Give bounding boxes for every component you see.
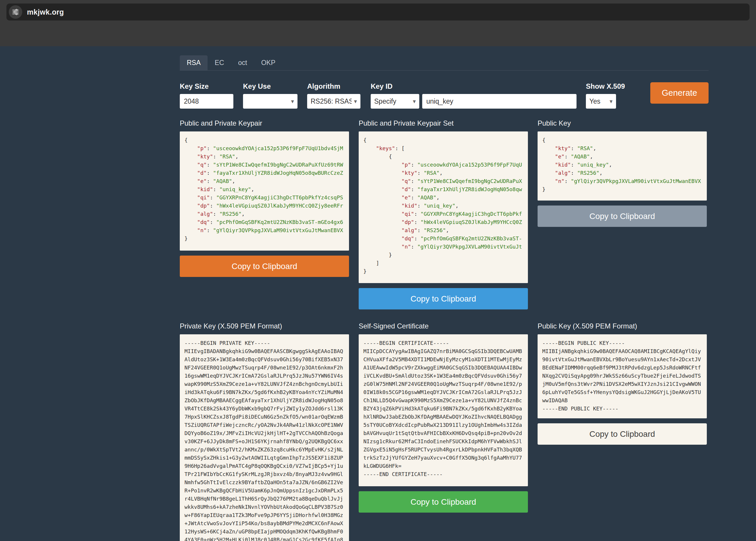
key-use-label: Key Use — [243, 82, 298, 91]
copy-certificate-button[interactable]: Copy to Clipboard — [359, 491, 528, 513]
certificate-output: -----BEGIN CERTIFICATE-----MIICpDCCAYygA… — [359, 334, 528, 486]
show-x509-select[interactable]: Yes ▾ — [586, 94, 616, 109]
browser-topbar: mkjwk.org — [0, 0, 756, 46]
keypair-set-output: { "keys": [ { "p": "usceoowkdYOAjca152p5… — [359, 132, 528, 283]
certificate-column: Self-Signed Certificate -----BEGIN CERTI… — [359, 322, 528, 541]
tab-ec[interactable]: EC — [208, 55, 231, 70]
public-key-column: Public Key { "kty": "RSA", "e": "AQAB", … — [537, 119, 707, 309]
tab-okp[interactable]: OKP — [254, 55, 283, 70]
key-type-tabs: RSA EC oct OKP — [180, 55, 709, 71]
public-key-title: Public Key — [537, 119, 707, 127]
chevron-down-icon: ▾ — [413, 98, 416, 105]
key-id-input[interactable] — [422, 94, 576, 109]
algorithm-select[interactable]: RS256: RSAS ▾ — [307, 94, 361, 109]
public-pem-output: -----BEGIN PUBLIC KEY-----MIIBIjANBgkqhk… — [537, 334, 707, 418]
url-text: mkjwk.org — [27, 8, 64, 16]
copy-keypair-button[interactable]: Copy to Clipboard — [180, 256, 349, 277]
keypair-set-column: Public and Private Keypair Set { "keys":… — [359, 119, 528, 309]
show-x509-field: Show X.509 Yes ▾ — [586, 82, 616, 109]
keypair-column: Public and Private Keypair { "p": "usceo… — [180, 119, 349, 309]
key-id-mode-select[interactable]: Specify ▾ — [371, 94, 419, 109]
key-id-label: Key ID — [371, 82, 576, 91]
keypair-set-title: Public and Private Keypair Set — [359, 119, 528, 127]
public-pem-title: Public Key (X.509 PEM Format) — [537, 322, 707, 330]
tab-rsa[interactable]: RSA — [180, 55, 208, 70]
key-use-select[interactable]: ▾ — [243, 94, 298, 109]
keypair-title: Public and Private Keypair — [180, 119, 349, 127]
copy-public-pem-button[interactable]: Copy to Clipboard — [537, 423, 707, 445]
output-row-pem: Private Key (X.509 PEM Format) -----BEGI… — [180, 322, 709, 541]
url-bar[interactable]: mkjwk.org — [6, 4, 750, 21]
private-pem-output: -----BEGIN PRIVATE KEY-----MIIEvgIBADANB… — [180, 334, 349, 541]
chevron-down-icon: ▾ — [291, 98, 294, 105]
generate-button[interactable]: Generate — [650, 82, 709, 104]
show-x509-label: Show X.509 — [586, 82, 616, 91]
chevron-down-icon: ▾ — [354, 98, 357, 105]
chevron-down-icon: ▾ — [610, 98, 612, 105]
key-id-field: Key ID Specify ▾ — [371, 82, 576, 109]
key-config-form: Key Size Key Use ▾ Algorithm RS256: RSAS… — [180, 82, 709, 109]
public-pem-column: Public Key (X.509 PEM Format) -----BEGIN… — [537, 322, 707, 541]
copy-public-key-button[interactable]: Copy to Clipboard — [537, 206, 707, 227]
mkjwk-app: RSA EC oct OKP Key Size Key Use ▾ Algori… — [180, 46, 709, 541]
algorithm-label: Algorithm — [307, 82, 361, 91]
keypair-output: { "p": "usceoowkdYOAjca152p53P6f9FpF7UqU… — [180, 132, 349, 251]
key-size-field: Key Size — [180, 82, 233, 109]
certificate-title: Self-Signed Certificate — [359, 322, 528, 330]
algorithm-field: Algorithm RS256: RSAS ▾ — [307, 82, 361, 109]
private-pem-column: Private Key (X.509 PEM Format) -----BEGI… — [180, 322, 349, 541]
site-settings-icon[interactable] — [9, 5, 22, 19]
key-size-label: Key Size — [180, 82, 233, 91]
public-key-output: { "kty": "RSA", "e": "AQAB", "kid": "uni… — [537, 132, 707, 201]
copy-keypair-set-button[interactable]: Copy to Clipboard — [359, 288, 528, 309]
tab-oct[interactable]: oct — [231, 55, 254, 70]
private-pem-title: Private Key (X.509 PEM Format) — [180, 322, 349, 330]
output-row-json: Public and Private Keypair { "p": "usceo… — [180, 119, 709, 309]
key-use-field: Key Use ▾ — [243, 82, 298, 109]
key-size-input[interactable] — [180, 94, 233, 109]
